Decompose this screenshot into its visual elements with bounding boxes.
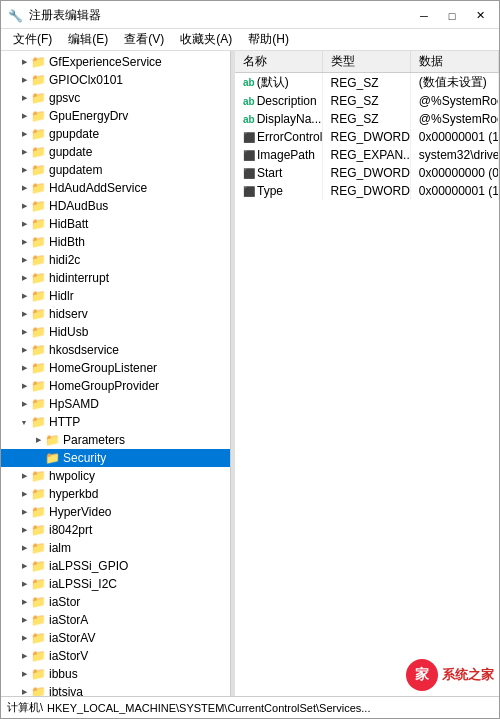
tree-expander-gupdatem[interactable] bbox=[17, 163, 31, 177]
tree-item-iaStor[interactable]: 📁iaStor bbox=[1, 593, 230, 611]
tree-item-hidinterrupt[interactable]: 📁hidinterrupt bbox=[1, 269, 230, 287]
tree-item-ibtsiva[interactable]: 📁ibtsiva bbox=[1, 683, 230, 696]
menu-help[interactable]: 帮助(H) bbox=[240, 29, 297, 50]
tree-item-hwpolicy[interactable]: 📁hwpolicy bbox=[1, 467, 230, 485]
tree-label-iaStorV: iaStorV bbox=[49, 649, 88, 663]
cell-type: REG_SZ bbox=[322, 73, 410, 93]
tree-item-GPIOClx0101[interactable]: 📁GPIOClx0101 bbox=[1, 71, 230, 89]
tree-item-HdAudAddService[interactable]: 📁HdAudAddService bbox=[1, 179, 230, 197]
folder-icon: 📁 bbox=[31, 685, 46, 696]
tree-item-hidserv[interactable]: 📁hidserv bbox=[1, 305, 230, 323]
tree-expander-iaLPSSi_I2C[interactable] bbox=[17, 577, 31, 591]
tree-item-iaLPSSi_GPIO[interactable]: 📁iaLPSSi_GPIO bbox=[1, 557, 230, 575]
tree-expander-Parameters[interactable] bbox=[31, 433, 45, 447]
table-row[interactable]: ⬛ImagePathREG_EXPAN...system32\drivers\H bbox=[235, 146, 499, 164]
tree-expander-iaStorA[interactable] bbox=[17, 613, 31, 627]
tree-item-HomeGroupProvider[interactable]: 📁HomeGroupProvider bbox=[1, 377, 230, 395]
tree-item-i8042prt[interactable]: 📁i8042prt bbox=[1, 521, 230, 539]
tree-item-HidBatt[interactable]: 📁HidBatt bbox=[1, 215, 230, 233]
folder-icon: 📁 bbox=[45, 433, 60, 447]
tree-expander-HomeGroupListener[interactable] bbox=[17, 361, 31, 375]
tree-expander-GPIOClx0101[interactable] bbox=[17, 73, 31, 87]
tree-expander-hyperkbd[interactable] bbox=[17, 487, 31, 501]
close-button[interactable]: ✕ bbox=[467, 6, 493, 26]
folder-icon: 📁 bbox=[31, 397, 46, 411]
tree-item-ialm[interactable]: 📁ialm bbox=[1, 539, 230, 557]
tree-expander-hkosdservice[interactable] bbox=[17, 343, 31, 357]
tree-expander-iaStorAV[interactable] bbox=[17, 631, 31, 645]
tree-item-Hidlr[interactable]: 📁Hidlr bbox=[1, 287, 230, 305]
tree-expander-hidinterrupt[interactable] bbox=[17, 271, 31, 285]
tree-item-gpsvc[interactable]: 📁gpsvc bbox=[1, 89, 230, 107]
tree-item-HidBth[interactable]: 📁HidBth bbox=[1, 233, 230, 251]
tree-expander-HTTP[interactable] bbox=[17, 415, 31, 429]
tree-expander-ialm[interactable] bbox=[17, 541, 31, 555]
tree-expander-iaStor[interactable] bbox=[17, 595, 31, 609]
tree-expander-gpsvc[interactable] bbox=[17, 91, 31, 105]
tree-expander-HomeGroupProvider[interactable] bbox=[17, 379, 31, 393]
tree-expander-Hidlr[interactable] bbox=[17, 289, 31, 303]
tree-expander-hwpolicy[interactable] bbox=[17, 469, 31, 483]
table-row[interactable]: ab(默认)REG_SZ(数值未设置) bbox=[235, 73, 499, 93]
tree-expander-gupdate[interactable] bbox=[17, 145, 31, 159]
tree-expander-HidBth[interactable] bbox=[17, 235, 31, 249]
tree-expander-HidUsb[interactable] bbox=[17, 325, 31, 339]
tree-item-HpSAMD[interactable]: 📁HpSAMD bbox=[1, 395, 230, 413]
tree-item-ibbus[interactable]: 📁ibbus bbox=[1, 665, 230, 683]
registry-tree[interactable]: 📁GfExperienceService📁GPIOClx0101📁gpsvc📁G… bbox=[1, 51, 231, 696]
tree-item-HTTP[interactable]: 📁HTTP bbox=[1, 413, 230, 431]
cell-name: ⬛ErrorControl bbox=[235, 128, 322, 146]
tree-expander-HidBatt[interactable] bbox=[17, 217, 31, 231]
tree-item-iaStorV[interactable]: 📁iaStorV bbox=[1, 647, 230, 665]
tree-expander-i8042prt[interactable] bbox=[17, 523, 31, 537]
tree-item-hkosdservice[interactable]: 📁hkosdservice bbox=[1, 341, 230, 359]
tree-item-GpuEnergyDrv[interactable]: 📁GpuEnergyDrv bbox=[1, 107, 230, 125]
tree-expander-ibtsiva[interactable] bbox=[17, 685, 31, 696]
tree-expander-GpuEnergyDrv[interactable] bbox=[17, 109, 31, 123]
tree-expander-HyperVideo[interactable] bbox=[17, 505, 31, 519]
tree-expander-iaLPSSi_GPIO[interactable] bbox=[17, 559, 31, 573]
minimize-button[interactable]: ─ bbox=[411, 6, 437, 26]
tree-item-Security[interactable]: 📁Security bbox=[1, 449, 230, 467]
tree-item-HDAudBus[interactable]: 📁HDAudBus bbox=[1, 197, 230, 215]
window-controls: ─ □ ✕ bbox=[411, 6, 493, 26]
tree-item-iaStorA[interactable]: 📁iaStorA bbox=[1, 611, 230, 629]
title-bar: 🔧 注册表编辑器 ─ □ ✕ bbox=[1, 1, 499, 29]
tree-expander-GfExperienceService[interactable] bbox=[17, 55, 31, 69]
tree-item-gpupdate[interactable]: 📁gpupdate bbox=[1, 125, 230, 143]
menu-favorites[interactable]: 收藏夹(A) bbox=[172, 29, 240, 50]
menu-file[interactable]: 文件(F) bbox=[5, 29, 60, 50]
tree-expander-HDAudBus[interactable] bbox=[17, 199, 31, 213]
table-row[interactable]: ⬛StartREG_DWORD0x00000000 (0) bbox=[235, 164, 499, 182]
tree-item-hyperkbd[interactable]: 📁hyperkbd bbox=[1, 485, 230, 503]
tree-item-GfExperienceService[interactable]: 📁GfExperienceService bbox=[1, 53, 230, 71]
tree-item-hidi2c[interactable]: 📁hidi2c bbox=[1, 251, 230, 269]
tree-item-iaStorAV[interactable]: 📁iaStorAV bbox=[1, 629, 230, 647]
tree-expander-hidi2c[interactable] bbox=[17, 253, 31, 267]
menu-view[interactable]: 查看(V) bbox=[116, 29, 172, 50]
tree-expander-iaStorV[interactable] bbox=[17, 649, 31, 663]
table-row[interactable]: abDisplayNa...REG_SZ@%SystemRoot%\s bbox=[235, 110, 499, 128]
tree-item-Parameters[interactable]: 📁Parameters bbox=[1, 431, 230, 449]
table-row[interactable]: ⬛ErrorControlREG_DWORD0x00000001 (1) bbox=[235, 128, 499, 146]
tree-item-gupdatem[interactable]: 📁gupdatem bbox=[1, 161, 230, 179]
tree-expander-HpSAMD[interactable] bbox=[17, 397, 31, 411]
menu-edit[interactable]: 编辑(E) bbox=[60, 29, 116, 50]
folder-icon: 📁 bbox=[31, 235, 46, 249]
tree-item-gupdate[interactable]: 📁gupdate bbox=[1, 143, 230, 161]
tree-item-HidUsb[interactable]: 📁HidUsb bbox=[1, 323, 230, 341]
tree-label-hidserv: hidserv bbox=[49, 307, 88, 321]
table-row[interactable]: ⬛TypeREG_DWORD0x00000001 (1) bbox=[235, 182, 499, 200]
cell-name: abDescription bbox=[235, 92, 322, 110]
tree-expander-hidserv[interactable] bbox=[17, 307, 31, 321]
cell-data: 0x00000001 (1) bbox=[410, 182, 498, 200]
maximize-button[interactable]: □ bbox=[439, 6, 465, 26]
tree-item-iaLPSSi_I2C[interactable]: 📁iaLPSSi_I2C bbox=[1, 575, 230, 593]
tree-item-HomeGroupListener[interactable]: 📁HomeGroupListener bbox=[1, 359, 230, 377]
tree-item-HyperVideo[interactable]: 📁HyperVideo bbox=[1, 503, 230, 521]
tree-expander-gpupdate[interactable] bbox=[17, 127, 31, 141]
tree-expander-ibbus[interactable] bbox=[17, 667, 31, 681]
table-row[interactable]: abDescriptionREG_SZ@%SystemRoot%\s bbox=[235, 92, 499, 110]
cell-name: ab(默认) bbox=[235, 73, 322, 93]
tree-expander-HdAudAddService[interactable] bbox=[17, 181, 31, 195]
